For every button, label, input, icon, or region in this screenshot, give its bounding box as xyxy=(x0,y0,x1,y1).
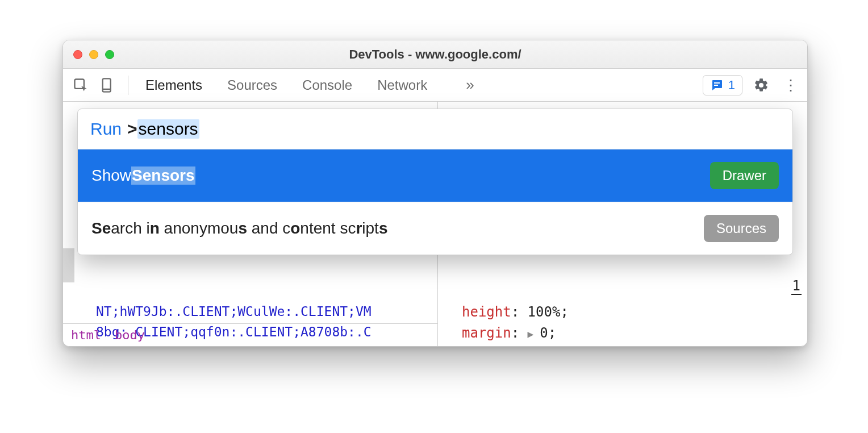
css-declaration[interactable]: height: 100%; xyxy=(462,302,569,323)
panel-tabstrip: Elements Sources Console Network » 1 ⋮ xyxy=(63,69,807,102)
titlebar: DevTools - www.google.com/ xyxy=(63,40,807,69)
tab-elements[interactable]: Elements xyxy=(144,70,203,100)
tab-sources[interactable]: Sources xyxy=(226,70,278,100)
command-item-label: Search in anonymous and content scripts xyxy=(91,219,387,238)
separator xyxy=(128,76,128,95)
svg-rect-4 xyxy=(714,85,718,86)
tab-network[interactable]: Network xyxy=(376,70,428,100)
command-item-category-badge: Drawer xyxy=(710,162,779,189)
messages-badge[interactable]: 1 xyxy=(703,75,742,95)
minimize-window-button[interactable] xyxy=(89,50,98,59)
more-tabs-chevron-icon[interactable]: » xyxy=(466,76,474,94)
settings-gear-icon[interactable] xyxy=(753,77,770,94)
command-item-category-badge: Sources xyxy=(704,215,779,242)
tabstrip-right-controls: 1 ⋮ xyxy=(703,75,802,95)
command-item-search-scripts[interactable]: Search in anonymous and content scripts … xyxy=(78,202,792,255)
messages-count: 1 xyxy=(728,78,735,93)
inspect-element-icon[interactable] xyxy=(69,73,93,97)
devtools-window: DevTools - www.google.com/ Elements Sour… xyxy=(62,40,808,347)
zoom-window-button[interactable] xyxy=(105,50,114,59)
window-title: DevTools - www.google.com/ xyxy=(63,47,807,62)
command-query-text[interactable]: sensors xyxy=(137,119,199,139)
traffic-lights xyxy=(73,50,114,59)
breadcrumb-item[interactable]: body xyxy=(115,328,145,342)
close-window-button[interactable] xyxy=(73,50,82,59)
more-options-kebab-icon[interactable]: ⋮ xyxy=(780,78,802,93)
command-prefix-label: Run xyxy=(90,119,122,139)
tab-console[interactable]: Console xyxy=(301,70,353,100)
dom-breadcrumb[interactable]: html body xyxy=(63,323,437,346)
command-prefix-caret: > xyxy=(127,119,137,139)
command-item-show-sensors[interactable]: Show Sensors Drawer xyxy=(78,149,792,202)
css-declaration[interactable]: padding: ▶ 0; xyxy=(462,344,569,347)
panel-tabs: Elements Sources Console Network » xyxy=(144,70,474,100)
message-icon xyxy=(710,78,724,92)
device-toolbar-icon[interactable] xyxy=(96,73,120,97)
css-rule-block: height: 100%; margin: ▶ 0; padding: ▶ 0; xyxy=(462,302,569,347)
command-menu: Run >sensors Show Sensors Drawer Search … xyxy=(77,109,793,255)
svg-rect-1 xyxy=(103,78,111,91)
dom-selection-highlight xyxy=(63,248,74,282)
css-declaration[interactable]: margin: ▶ 0; xyxy=(462,323,569,344)
svg-rect-3 xyxy=(714,82,720,84)
command-item-label: Show Sensors xyxy=(91,166,195,185)
rule-source-indicator[interactable]: 1 xyxy=(791,278,802,295)
breadcrumb-item[interactable]: html xyxy=(71,328,101,342)
command-input-row[interactable]: Run >sensors xyxy=(78,109,792,149)
